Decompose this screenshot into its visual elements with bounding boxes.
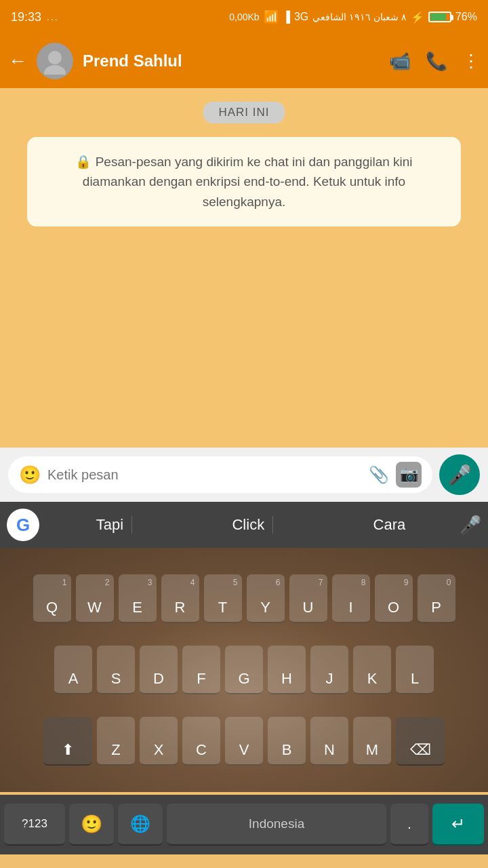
arabic-date: ٨ شعبان ١٩١٦ الشافعي	[312, 12, 407, 22]
chat-header: ← Prend Sahlul 📹 📞 ⋮	[0, 34, 488, 88]
key-o[interactable]: 9O	[375, 574, 413, 623]
key-e[interactable]: 3E	[119, 574, 157, 623]
mic-icon: 🎤	[448, 464, 472, 486]
language-switch-button[interactable]: 🌐	[118, 804, 163, 846]
camera-icon: 📷	[400, 466, 418, 484]
input-bar: 🙂 📎 📷 🎤	[0, 448, 488, 502]
google-logo: G	[7, 509, 39, 541]
key-row-3: ⬆ Z X C V B N M ⌫	[3, 717, 485, 766]
key-v[interactable]: V	[225, 717, 263, 766]
enter-key[interactable]: ↵	[432, 804, 484, 846]
keyboard: 1Q 2W 3E 4R 5T 6Y 7U 8I 9O 0P A S D F G …	[0, 548, 488, 854]
status-dots: ...	[47, 12, 59, 22]
key-m[interactable]: M	[353, 717, 391, 766]
key-i[interactable]: 8I	[332, 574, 370, 623]
svg-point-1	[44, 65, 66, 75]
keyboard-rows: 1Q 2W 3E 4R 5T 6Y 7U 8I 9O 0P A S D F G …	[0, 548, 488, 792]
key-t[interactable]: 5T	[204, 574, 242, 623]
key-s[interactable]: S	[97, 646, 135, 694]
date-badge: HARI INI	[203, 102, 284, 123]
encryption-notice[interactable]: 🔒 Pesan-pesan yang dikirim ke chat ini d…	[27, 137, 461, 226]
key-c[interactable]: C	[182, 717, 220, 766]
key-z[interactable]: Z	[97, 717, 135, 766]
key-d[interactable]: D	[140, 646, 178, 694]
key-b[interactable]: B	[268, 717, 306, 766]
globe-icon: 🌐	[130, 814, 150, 833]
battery-percent: 76%	[455, 11, 477, 23]
key-f[interactable]: F	[182, 646, 220, 694]
key-l[interactable]: L	[396, 646, 434, 694]
suggestion-word-1[interactable]: Tapi	[88, 516, 132, 534]
battery-icon	[428, 12, 451, 22]
suggestion-word-3[interactable]: Cara	[365, 516, 414, 534]
video-call-icon[interactable]: 📹	[389, 51, 411, 72]
key-x[interactable]: X	[140, 717, 178, 766]
avatar[interactable]	[37, 43, 73, 79]
more-options-icon[interactable]: ⋮	[462, 51, 480, 72]
period-label: .	[407, 816, 411, 832]
backspace-key[interactable]: ⌫	[396, 717, 445, 766]
enter-icon: ↵	[451, 814, 465, 833]
key-g[interactable]: G	[225, 646, 263, 694]
key-y[interactable]: 6Y	[247, 574, 285, 623]
suggestions-bar: G Tapi Click Cara 🎤	[0, 502, 488, 548]
emoji-button[interactable]: 🙂	[19, 465, 41, 486]
status-bar: 19:33 ... 0,00Kb 📶 ▐ 3G ٨ شعبان ١٩١٦ الش…	[0, 0, 488, 34]
numbers-label: ?123	[22, 817, 47, 831]
google-g-icon: G	[16, 515, 30, 536]
shift-key[interactable]: ⬆	[43, 717, 92, 766]
key-row-1: 1Q 2W 3E 4R 5T 6Y 7U 8I 9O 0P	[3, 574, 485, 623]
period-key[interactable]: .	[390, 804, 428, 846]
numbers-key[interactable]: ?123	[4, 804, 65, 846]
key-j[interactable]: J	[310, 646, 348, 694]
space-key[interactable]: Indonesia	[167, 804, 386, 846]
suggestion-word-2[interactable]: Click	[224, 516, 273, 534]
space-label: Indonesia	[249, 816, 304, 831]
key-row-2: A S D F G H J K L	[3, 646, 485, 694]
emoji-face-icon: 🙂	[81, 814, 102, 835]
message-input-wrapper: 🙂 📎 📷	[8, 456, 432, 493]
key-k[interactable]: K	[353, 646, 391, 694]
avatar-icon	[41, 47, 68, 75]
header-icons: 📹 📞 ⋮	[389, 51, 480, 72]
attach-button[interactable]: 📎	[369, 465, 389, 484]
chat-area: HARI INI 🔒 Pesan-pesan yang dikirim ke c…	[0, 88, 488, 448]
suggestion-words: Tapi Click Cara	[42, 516, 460, 534]
keyboard-bottom-row: ?123 🙂 🌐 Indonesia . ↵	[0, 795, 488, 854]
voice-call-icon[interactable]: 📞	[426, 51, 447, 72]
time-display: 19:33	[11, 10, 41, 24]
emoji-keyboard-button[interactable]: 🙂	[69, 804, 114, 846]
key-q[interactable]: 1Q	[33, 574, 71, 623]
key-u[interactable]: 7U	[289, 574, 327, 623]
back-button[interactable]: ←	[8, 50, 27, 72]
key-w[interactable]: 2W	[76, 574, 114, 623]
svg-point-0	[48, 51, 62, 64]
signal-icon: ▐	[283, 11, 290, 23]
contact-name[interactable]: Prend Sahlul	[83, 52, 380, 71]
key-h[interactable]: H	[268, 646, 306, 694]
key-n[interactable]: N	[310, 717, 348, 766]
lightning-icon: ⚡	[411, 11, 424, 24]
network-type: 3G	[294, 11, 308, 23]
key-a[interactable]: A	[54, 646, 92, 694]
key-r[interactable]: 4R	[161, 574, 199, 623]
suggestion-mic-icon[interactable]: 🎤	[460, 515, 481, 536]
key-p[interactable]: 0P	[418, 574, 455, 623]
message-input[interactable]	[47, 467, 362, 483]
camera-button[interactable]: 📷	[396, 462, 422, 488]
wifi-icon: 📶	[264, 9, 279, 24]
network-speed: 0,00Kb	[229, 12, 259, 22]
mic-button[interactable]: 🎤	[439, 454, 480, 495]
